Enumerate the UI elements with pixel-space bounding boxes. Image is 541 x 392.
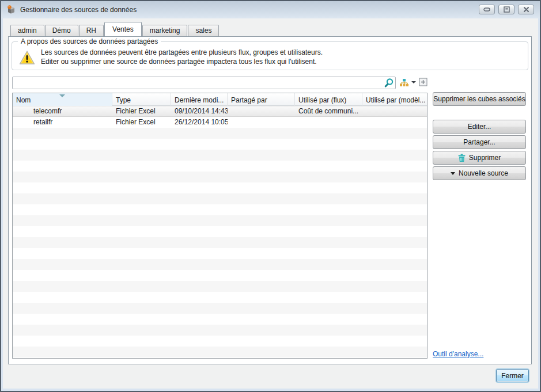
tab-marketing[interactable]: marketing <box>142 25 188 36</box>
column-header-type[interactable]: Type <box>112 93 171 106</box>
table-row-retailfr[interactable]: retailfr Fichier Excel 26/12/2014 10:05 <box>13 117 427 128</box>
column-header-used-by-model[interactable]: Utilisé par (modèl... <box>362 93 427 106</box>
close-icon <box>523 6 529 13</box>
minimize-button[interactable] <box>479 5 495 14</box>
cell-type: Fichier Excel <box>112 117 171 128</box>
trash-icon <box>458 154 466 162</box>
cell-used-by-flux <box>295 117 362 128</box>
title-bar: Gestionnaire des sources de données <box>1 1 540 18</box>
cell-type: Fichier Excel <box>112 106 171 116</box>
tab-demo[interactable]: Démo <box>45 25 78 36</box>
tab-admin[interactable]: admin <box>10 25 44 36</box>
table-header: Nom Type Dernière modi... Partagé par Ut… <box>13 93 427 106</box>
plus-box-icon <box>419 78 427 86</box>
warning-icon <box>19 50 35 65</box>
dialog-window: Gestionnaire des sources de données admi… <box>0 0 541 392</box>
cell-modified: 09/10/2014 14:43 <box>171 106 228 116</box>
cell-shared-by <box>228 106 295 116</box>
chevron-down-icon <box>411 81 416 83</box>
app-icon <box>6 5 16 15</box>
info-groupbox: A propos des sources de données partagée… <box>12 41 528 70</box>
expand-all-button[interactable] <box>418 78 427 87</box>
info-line-1: Les sources de données peuvent être part… <box>41 48 323 57</box>
cell-used-by-flux: Coût de communi... <box>295 106 362 116</box>
search-input[interactable] <box>12 77 396 89</box>
delete-associated-cubes-button[interactable]: Supprimer les cubes associés <box>433 92 526 106</box>
close-button[interactable] <box>518 5 534 14</box>
hierarchy-view-button[interactable] <box>399 77 417 87</box>
cell-used-by-model <box>362 106 427 116</box>
tab-panel-ventes: A propos des sources de données partagée… <box>8 36 532 364</box>
share-button[interactable]: Partager... <box>433 135 526 149</box>
table-row-telecomfr[interactable]: telecomfr Fichier Excel 09/10/2014 14:43… <box>13 106 427 117</box>
delete-button-label: Supprimer <box>469 154 501 162</box>
edit-button[interactable]: Editer... <box>433 120 526 134</box>
cell-used-by-model <box>362 117 427 128</box>
tab-sales[interactable]: sales <box>188 25 219 36</box>
maximize-icon <box>504 6 510 13</box>
groupbox-title: A propos des sources de données partagée… <box>18 37 161 45</box>
search-icon[interactable] <box>384 78 394 88</box>
cell-nom: telecomfr <box>13 106 112 116</box>
maximize-button[interactable] <box>498 5 514 14</box>
new-source-button-label: Nouvelle source <box>459 169 508 177</box>
column-header-modified[interactable]: Dernière modi... <box>171 93 228 106</box>
empty-rows-area <box>13 128 427 358</box>
sort-descending-icon <box>59 94 65 97</box>
column-header-nom[interactable]: Nom <box>13 93 112 106</box>
info-line-2: Editer ou supprimer une source de donnée… <box>41 57 323 66</box>
close-dialog-button[interactable]: Fermer <box>496 369 529 382</box>
data-sources-table: Nom Type Dernière modi... Partagé par Ut… <box>12 93 427 359</box>
cell-modified: 26/12/2014 10:05 <box>171 117 228 128</box>
analysis-tool-link[interactable]: Outil d'analyse... <box>433 350 483 358</box>
org-chart-icon <box>399 78 409 87</box>
new-source-button[interactable]: Nouvelle source <box>433 166 526 180</box>
tab-ventes[interactable]: Ventes <box>104 22 142 36</box>
cell-shared-by <box>228 117 295 128</box>
window-controls <box>479 5 534 14</box>
chevron-down-icon <box>451 172 455 175</box>
window-title: Gestionnaire des sources de données <box>20 6 137 14</box>
tab-bar: admin Démo RH Ventes marketing sales <box>10 22 220 36</box>
delete-button[interactable]: Supprimer <box>433 151 526 165</box>
tab-rh[interactable]: RH <box>79 25 104 36</box>
column-header-used-by-flux[interactable]: Utilisé par (flux) <box>295 93 362 106</box>
cell-nom: retailfr <box>13 117 112 128</box>
minimize-icon <box>483 7 490 12</box>
column-header-label: Nom <box>16 96 31 104</box>
column-header-shared-by[interactable]: Partagé par <box>228 93 295 106</box>
dialog-content: admin Démo RH Ventes marketing sales A p… <box>3 18 538 389</box>
info-text: Les sources de données peuvent être part… <box>41 48 323 66</box>
